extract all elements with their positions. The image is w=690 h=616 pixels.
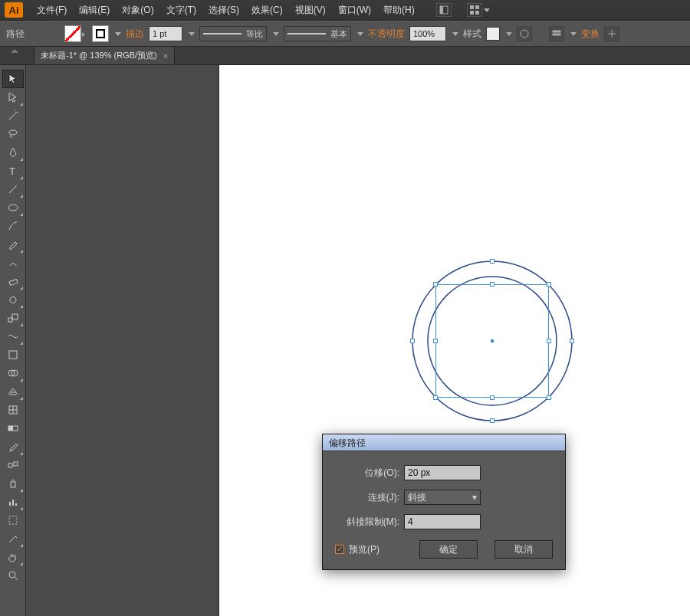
svg-rect-3 — [475, 5, 479, 9]
menu-file[interactable]: 文件(F) — [31, 1, 73, 20]
menu-view[interactable]: 视图(V) — [289, 1, 332, 20]
svg-rect-23 — [14, 462, 18, 466]
menu-effect[interactable]: 效果(C) — [245, 1, 289, 20]
app-logo: Ai — [5, 2, 23, 18]
opacity-label[interactable]: 不透明度 — [368, 28, 405, 41]
chevron-down-icon[interactable] — [506, 32, 512, 36]
svg-rect-13 — [8, 279, 17, 285]
free-transform-tool[interactable] — [2, 346, 24, 364]
svg-rect-16 — [9, 351, 17, 359]
recolor-icon[interactable] — [517, 26, 532, 41]
svg-rect-25 — [9, 502, 11, 506]
stroke-weight-value: 1 pt — [153, 29, 166, 38]
preview-label: 预览(P) — [349, 543, 380, 556]
selection-handle-n[interactable] — [490, 282, 495, 287]
arrange-icon[interactable] — [467, 3, 482, 17]
magic-wand-tool[interactable] — [2, 106, 24, 125]
chevron-down-icon — [484, 8, 490, 12]
selection-handle-s[interactable] — [490, 395, 495, 400]
stroke-weight-field[interactable]: 1 pt — [149, 26, 182, 41]
opacity-value: 100% — [413, 29, 435, 38]
offset-input[interactable] — [404, 465, 481, 480]
layout-icon[interactable] — [436, 3, 452, 17]
selection-handle-nw[interactable] — [433, 282, 438, 287]
svg-text:T: T — [9, 165, 15, 177]
offset-label: 位移(O): — [335, 467, 399, 480]
document-tab[interactable]: 未标题-1* @ 139% (RGB/预览) × — [34, 46, 175, 64]
blend-tool[interactable] — [2, 456, 24, 474]
blob-brush-tool[interactable] — [2, 254, 24, 272]
brush-dropdown[interactable]: 基本 — [284, 26, 351, 41]
brush-label: 基本 — [330, 28, 347, 40]
style-label[interactable]: 样式 — [463, 28, 481, 41]
stroke-swatch[interactable] — [92, 25, 109, 42]
svg-point-6 — [521, 30, 528, 38]
panel-collapse-icon[interactable] — [3, 49, 26, 57]
svg-rect-28 — [9, 516, 17, 524]
chevron-down-icon[interactable] — [357, 32, 363, 36]
fill-swatch[interactable] — [64, 25, 81, 42]
chevron-down-icon[interactable] — [273, 32, 279, 36]
anchor-e[interactable] — [570, 339, 574, 343]
document-tab-title: 未标题-1* @ 139% (RGB/预览) — [41, 50, 157, 61]
selection-handle-se[interactable] — [547, 395, 551, 400]
transform-icon[interactable] — [604, 26, 619, 41]
mesh-tool[interactable] — [2, 401, 24, 419]
transform-label[interactable]: 变换 — [581, 28, 600, 41]
dialog-title: 偏移路径 — [323, 434, 565, 451]
miter-input[interactable] — [404, 514, 481, 529]
stroke-label[interactable]: 描边 — [126, 28, 144, 41]
paintbrush-tool[interactable] — [2, 217, 24, 235]
join-label: 连接(J): — [335, 491, 399, 504]
menu-type[interactable]: 文字(T) — [160, 1, 202, 20]
svg-line-11 — [9, 185, 17, 193]
preview-checkbox[interactable] — [335, 545, 344, 554]
menu-object[interactable]: 对象(O) — [116, 1, 159, 20]
svg-rect-15 — [12, 314, 18, 319]
chevron-down-icon[interactable] — [189, 32, 195, 36]
close-icon[interactable]: × — [163, 51, 168, 61]
svg-rect-2 — [470, 5, 474, 9]
cancel-button[interactable]: 取消 — [495, 540, 553, 559]
ok-button[interactable]: 确定 — [419, 540, 478, 559]
menu-select[interactable]: 选择(S) — [202, 1, 245, 20]
svg-point-9 — [9, 130, 17, 135]
offset-path-dialog: 偏移路径 位移(O): 连接(J): 斜接 ▾ 斜接限制(M): 预览(P) 确… — [322, 434, 566, 570]
lasso-tool[interactable] — [2, 125, 24, 143]
preview-checkbox-wrap[interactable]: 预览(P) — [335, 543, 380, 556]
svg-rect-14 — [8, 318, 12, 322]
menu-help[interactable]: 帮助(H) — [377, 1, 421, 20]
selection-handle-w[interactable] — [433, 339, 438, 343]
options-bar: 路径 描边 1 pt 等比 基本 不透明度 100% 样式 变换 — [0, 21, 690, 47]
document-tab-row: 未标题-1* @ 139% (RGB/预览) × — [0, 47, 690, 65]
anchor-s[interactable] — [490, 418, 495, 423]
profile-dropdown[interactable]: 等比 — [199, 26, 267, 41]
selection-handle-ne[interactable] — [547, 282, 551, 287]
align-icon[interactable] — [549, 26, 564, 41]
selection-handle-sw[interactable] — [433, 395, 438, 400]
anchor-n[interactable] — [490, 259, 495, 264]
miter-label: 斜接限制(M): — [335, 516, 399, 529]
svg-line-30 — [15, 577, 18, 580]
svg-rect-7 — [553, 31, 560, 32]
artboard-tool[interactable] — [2, 511, 24, 529]
chevron-down-icon[interactable] — [452, 32, 458, 36]
profile-label: 等比 — [246, 28, 263, 40]
chevron-down-icon[interactable] — [115, 32, 121, 36]
menu-edit[interactable]: 编辑(E) — [73, 1, 116, 20]
style-swatch[interactable] — [486, 27, 500, 41]
svg-rect-1 — [440, 6, 443, 14]
opacity-field[interactable]: 100% — [409, 26, 446, 41]
gradient-tool[interactable] — [2, 419, 24, 437]
svg-point-12 — [8, 205, 18, 211]
selection-handle-e[interactable] — [547, 339, 551, 343]
zoom-tool[interactable] — [2, 566, 24, 585]
chevron-down-icon[interactable] — [570, 32, 577, 36]
selection-type-label: 路径 — [6, 28, 25, 41]
svg-rect-21 — [8, 426, 13, 431]
join-select[interactable]: 斜接 ▾ — [404, 490, 481, 505]
anchor-w[interactable] — [410, 339, 415, 343]
selection-tool[interactable] — [2, 70, 24, 88]
selection-center — [491, 339, 494, 342]
menu-window[interactable]: 窗口(W) — [332, 1, 377, 20]
